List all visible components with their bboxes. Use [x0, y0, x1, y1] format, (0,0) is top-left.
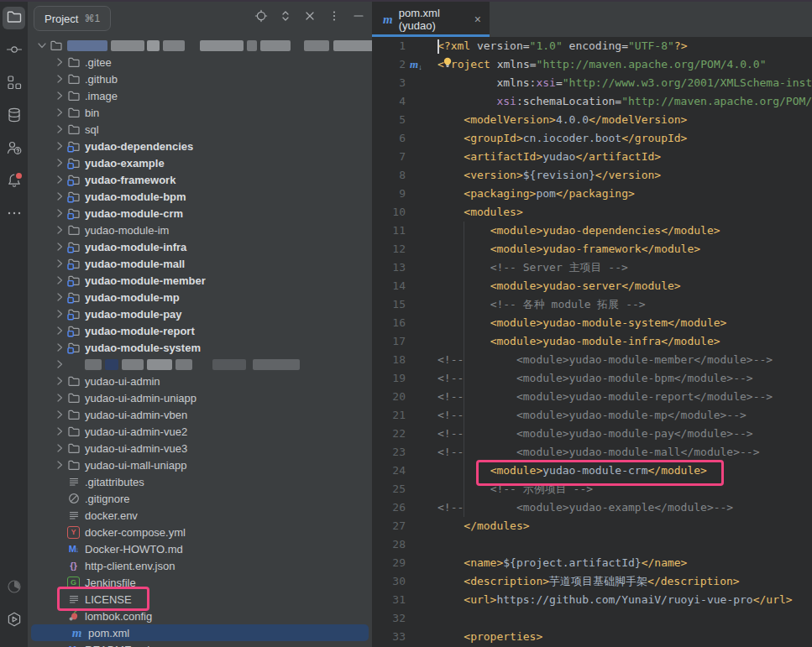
chevron-right-icon[interactable] [53, 156, 66, 170]
gutter-maven-icon[interactable]: m↓ [410, 55, 422, 74]
code-line-18[interactable]: 18<!-- <module>yudao-module-member</modu… [372, 351, 812, 369]
code-line-2[interactable]: 2<roject xmlns="http://maven.apache.org/… [372, 55, 812, 74]
code-line-17[interactable]: 17 <module>yudao-module-infra</module> [372, 332, 812, 351]
tree-item-yudao-module-member[interactable]: yudao-module-member [28, 272, 372, 289]
code-line-13[interactable]: 13 <!-- Server 主项目 --> [372, 258, 812, 277]
tool-button-database[interactable] [3, 105, 25, 128]
chevron-right-icon[interactable] [53, 307, 66, 321]
tree-item-yudao-ui-admin-vue3[interactable]: yudao-ui-admin-vue3 [28, 440, 372, 457]
tree-item-yudao-module-bpm[interactable]: yudao-module-bpm [28, 188, 372, 205]
chevron-right-icon[interactable] [53, 425, 66, 438]
code-line-10[interactable]: 10 <modules> [372, 203, 812, 222]
expand-all-button[interactable] [277, 9, 294, 26]
tree-item-lombok.config[interactable]: lombok.config [28, 608, 372, 624]
code-line-33[interactable]: 33 <properties> [372, 628, 812, 646]
tool-button-notifications[interactable] [3, 170, 25, 193]
code-line-15[interactable]: 15 <!-- 各种 module 拓展 --> [372, 295, 812, 314]
code-line-25[interactable]: 25 <!-- 示例项目 --> [372, 480, 812, 498]
chevron-right-icon[interactable] [53, 357, 66, 371]
tree-item-Jenkinsfile[interactable]: GJenkinsfile [28, 574, 372, 591]
tree-item-yudao-module-system[interactable]: yudao-module-system [28, 339, 372, 356]
code-line-32[interactable]: 32 [372, 609, 812, 628]
code-line-27[interactable]: 27 </modules> [372, 517, 812, 535]
tree-item-pom.xml[interactable]: mpom.xml [31, 624, 369, 641]
tree-item-yudao-module-mp[interactable]: yudao-module-mp [28, 289, 372, 305]
code-line-23[interactable]: 23<!-- <module>yudao-module-mall</module… [372, 443, 812, 462]
chevron-right-icon[interactable] [53, 123, 66, 136]
tree-item-yudao-module-infra[interactable]: yudao-module-infra [28, 238, 372, 255]
locate-button[interactable] [253, 9, 270, 26]
code-line-3[interactable]: 3 xmlns:xsi="http://www.w3.org/2001/XMLS… [372, 74, 812, 92]
chevron-right-icon[interactable] [53, 391, 66, 404]
tree-item-yudao-example[interactable]: yudao-example [28, 154, 372, 171]
code-line-21[interactable]: 21<!-- <module>yudao-module-mp</module>-… [372, 406, 812, 425]
tree-item-bin[interactable]: bin [28, 104, 372, 121]
chevron-right-icon[interactable] [53, 374, 66, 388]
tab-close-icon[interactable]: × [474, 13, 481, 25]
tree-item-http-client.env.json[interactable]: {}http-client.env.json [28, 557, 372, 574]
code-editor[interactable]: 1<?xml version="1.0" encoding="UTF-8"?>2… [372, 37, 812, 647]
chevron-right-icon[interactable] [53, 89, 66, 102]
chevron-right-icon[interactable] [53, 324, 66, 337]
chevron-right-icon[interactable] [53, 257, 66, 270]
tool-button-structure[interactable] [3, 72, 25, 95]
code-line-20[interactable]: 20<!-- <module>yudao-module-report</modu… [372, 388, 812, 406]
code-line-31[interactable]: 31 <url>https://github.com/YunaiV/ruoyi-… [372, 591, 812, 609]
code-line-29[interactable]: 29 <name>${project.artifactId}</name> [372, 554, 812, 572]
chevron-right-icon[interactable] [53, 458, 66, 472]
chevron-right-icon[interactable] [53, 441, 66, 455]
chevron-right-icon[interactable] [53, 139, 66, 153]
tree-item-yudao-module-report[interactable]: yudao-module-report [28, 322, 372, 339]
code-line-22[interactable]: 22<!-- <module>yudao-module-pay</module>… [372, 425, 812, 443]
chevron-right-icon[interactable] [53, 173, 66, 186]
chevron-down-icon[interactable] [35, 39, 49, 52]
tool-button-commit[interactable] [3, 39, 25, 62]
chevron-right-icon[interactable] [53, 55, 66, 69]
tree-item-yudao-module-pay[interactable]: yudao-module-pay [28, 305, 372, 322]
code-line-8[interactable]: 8 <version>${revision}</version> [372, 166, 812, 185]
hide-button[interactable] [350, 9, 367, 26]
tree-item-LICENSE[interactable]: LICENSE [28, 591, 372, 608]
code-line-12[interactable]: 12 <module>yudao-framework</module> [372, 240, 812, 258]
code-line-9[interactable]: 9 <packaging>pom</packaging> [372, 185, 812, 203]
tree-item-README.md[interactable]: M↓README.md [28, 641, 372, 647]
more-options-button[interactable] [326, 9, 343, 26]
code-line-5[interactable]: 5 <modelVersion>4.0.0</modelVersion> [372, 111, 812, 129]
editor-pane[interactable]: m pom.xml (yudao) × 1<?xml version="1.0"… [372, 0, 812, 647]
tree-item-sql[interactable]: sql [28, 121, 372, 138]
code-line-4[interactable]: 4 xsi:schemaLocation="http://maven.apach… [372, 92, 812, 111]
tree-item-yudao-ui-admin-uniapp[interactable]: yudao-ui-admin-uniapp [28, 389, 372, 406]
chevron-right-icon[interactable] [53, 408, 66, 421]
chevron-right-icon[interactable] [53, 341, 66, 354]
tree-item-.gitattributes[interactable]: .gitattributes [28, 473, 372, 490]
chevron-right-icon[interactable] [53, 72, 66, 86]
tree-item-yudao-framework[interactable]: yudao-framework [28, 171, 372, 188]
code-line-28[interactable]: 28 [372, 535, 812, 554]
tool-button-community-help[interactable] [3, 138, 25, 160]
tree-item-Docker-HOWTO.md[interactable]: M↓Docker-HOWTO.md [28, 540, 372, 557]
tree-item-.gitee[interactable]: .gitee [28, 54, 372, 70]
chevron-right-icon[interactable] [53, 240, 66, 253]
tree-item-yudao-ui-mall-uniapp[interactable]: yudao-ui-mall-uniapp [28, 457, 372, 473]
tree-item-redacted[interactable] [28, 356, 372, 373]
tree-item-yudao-ui-admin-vben[interactable]: yudao-ui-admin-vben [28, 406, 372, 423]
tree-item-yudao-module-crm[interactable]: yudao-module-crm [28, 205, 372, 222]
tool-button-profiler[interactable] [3, 577, 25, 599]
tree-item-yudao-module-mall[interactable]: yudao-module-mall [28, 255, 372, 272]
tree-item-redacted[interactable] [28, 37, 372, 54]
collapse-all-button[interactable] [301, 9, 318, 26]
chevron-right-icon[interactable] [53, 223, 66, 237]
code-line-19[interactable]: 19<!-- <module>yudao-module-bpm</module>… [372, 369, 812, 388]
tree-item-.gitignore[interactable]: .gitignore [28, 490, 372, 507]
tab-pom-xml[interactable]: m pom.xml (yudao) × [372, 2, 490, 37]
project-view-selector[interactable]: Project ⌘1 [34, 6, 111, 31]
project-tree[interactable]: .gitee.github.imagebinsqlyudao-dependenc… [28, 37, 372, 647]
tree-item-.image[interactable]: .image [28, 87, 372, 104]
tree-item-yudao-ui-admin-vue2[interactable]: yudao-ui-admin-vue2 [28, 423, 372, 440]
chevron-right-icon[interactable] [53, 274, 66, 287]
tree-item-yudao-dependencies[interactable]: yudao-dependencies [28, 138, 372, 154]
code-line-16[interactable]: 16 <module>yudao-module-system</module> [372, 314, 812, 332]
chevron-right-icon[interactable] [53, 206, 66, 220]
tool-button-project[interactable] [3, 7, 25, 29]
code-line-6[interactable]: 6 <groupId>cn.iocoder.boot</groupId> [372, 129, 812, 148]
